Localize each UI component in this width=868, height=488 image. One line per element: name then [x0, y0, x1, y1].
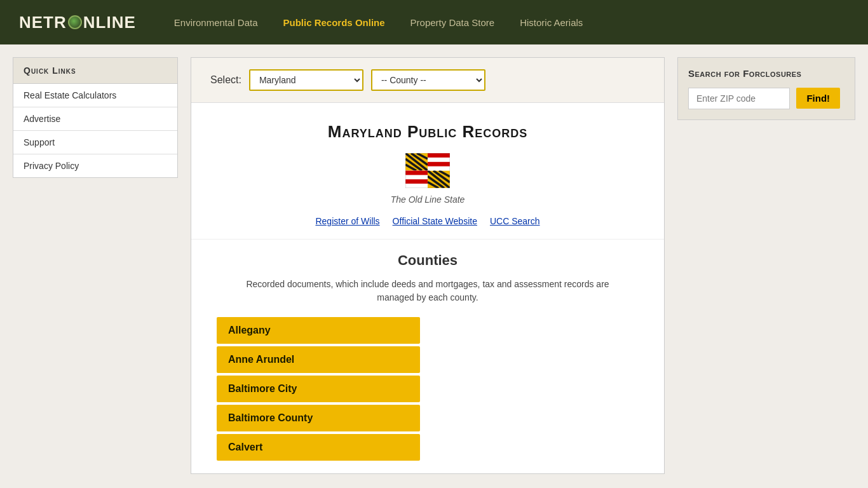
sidebar: Quick Links Real Estate Calculators Adve… — [13, 57, 178, 474]
state-nickname: The Old Line State — [217, 194, 639, 205]
select-label: Select: — [210, 74, 241, 86]
right-sidebar: Search for Forclosures Find! — [677, 57, 855, 474]
foreclosure-box: Search for Forclosures Find! — [677, 57, 855, 120]
quick-links-title: Quick Links — [13, 58, 177, 84]
nav-property-data[interactable]: Property Data Store — [410, 17, 495, 28]
select-bar: Select: Maryland -- County -- — [191, 58, 664, 103]
center-content: Select: Maryland -- County -- Maryland P… — [191, 57, 665, 474]
main-layout: Quick Links Real Estate Calculators Adve… — [0, 44, 868, 474]
main-nav: Environmental Data Public Records Online… — [174, 17, 583, 28]
state-title: Maryland Public Records — [217, 122, 639, 142]
register-of-wills-link[interactable]: Register of Wills — [315, 216, 379, 226]
nav-environmental[interactable]: Environmental Data — [174, 17, 258, 28]
quick-links-box: Quick Links Real Estate Calculators Adve… — [13, 57, 178, 178]
state-links: Register of Wills Official State Website… — [217, 216, 639, 226]
official-state-website-link[interactable]: Official State Website — [393, 216, 477, 226]
state-select[interactable]: Maryland — [249, 69, 363, 91]
sidebar-link-advertise[interactable]: Advertise — [13, 107, 177, 131]
find-button[interactable]: Find! — [796, 88, 840, 109]
county-anne-arundel[interactable]: Anne Arundel — [217, 346, 420, 373]
county-baltimore-county[interactable]: Baltimore County — [217, 405, 420, 431]
svg-rect-14 — [428, 162, 450, 166]
foreclosure-search-row: Find! — [688, 88, 844, 109]
counties-description: Recorded documents, which include deeds … — [217, 278, 639, 304]
nav-historic-aerials[interactable]: Historic Aerials — [520, 17, 583, 28]
logo-text-1: NETR — [19, 13, 67, 32]
county-calvert[interactable]: Calvert — [217, 434, 420, 461]
nav-public-records[interactable]: Public Records Online — [283, 17, 385, 28]
ucc-search-link[interactable]: UCC Search — [490, 216, 540, 226]
county-select[interactable]: -- County -- — [371, 69, 485, 91]
svg-rect-13 — [428, 153, 450, 158]
foreclosure-title: Search for Forclosures — [688, 68, 844, 79]
header: NETRNLINE Environmental Data Public Reco… — [0, 0, 868, 44]
county-list: Allegany Anne Arundel Baltimore City Bal… — [217, 317, 420, 461]
maryland-flag — [405, 153, 450, 188]
state-info: Maryland Public Records — [191, 103, 664, 240]
flag-container — [217, 153, 639, 191]
svg-rect-17 — [405, 179, 428, 184]
zip-input[interactable] — [688, 88, 790, 109]
sidebar-link-privacy[interactable]: Privacy Policy — [13, 154, 177, 177]
counties-title: Counties — [217, 252, 639, 269]
counties-section: Counties Recorded documents, which inclu… — [191, 240, 664, 473]
county-allegany[interactable]: Allegany — [217, 317, 420, 344]
county-baltimore-city[interactable]: Baltimore City — [217, 376, 420, 402]
sidebar-link-real-estate[interactable]: Real Estate Calculators — [13, 84, 177, 107]
svg-rect-16 — [405, 171, 428, 175]
logo-text-2: NLINE — [83, 13, 136, 32]
logo[interactable]: NETRNLINE — [19, 13, 136, 32]
sidebar-link-support[interactable]: Support — [13, 131, 177, 154]
globe-icon — [68, 15, 82, 29]
